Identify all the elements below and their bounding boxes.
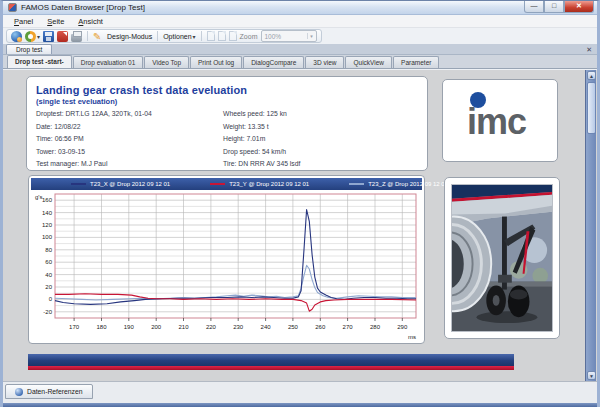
landing-gear-photo	[451, 184, 553, 332]
svg-text:200: 200	[151, 324, 162, 330]
tab-drop-test[interactable]: Drop test	[6, 44, 52, 54]
report-title: Landing gear crash test data eveluation	[36, 84, 418, 96]
svg-text:160: 160	[42, 197, 53, 203]
svg-text:180: 180	[96, 324, 107, 330]
report-field: Test manager: M.J Paul	[36, 158, 152, 171]
legend-item-t23x: T23_X @ Drop 2012 09 12 01	[71, 181, 170, 187]
legend-item-t23z: T23_Z @ Drop 2012 09 12 01	[349, 181, 448, 187]
page-icon-2[interactable]	[218, 31, 226, 41]
svg-text:20: 20	[45, 284, 52, 290]
design-mode-button[interactable]: Design-Modus	[107, 33, 152, 40]
report-field: Date: 12/08/22	[36, 121, 152, 134]
design-mode-icon[interactable]: ✎	[93, 31, 104, 42]
report-fields-left: Droptest: DRT.LG 12AA, 320Tk, 01-04 Date…	[36, 108, 152, 171]
report-field: Tire: DN RRR AV 345 lsdf	[223, 158, 300, 171]
reload-icon[interactable]	[25, 31, 36, 42]
legend-swatch-t23x	[71, 183, 86, 185]
separator	[157, 31, 158, 41]
svg-text:100: 100	[42, 234, 53, 240]
minimize-button[interactable]: —	[524, 1, 544, 13]
pdf-export-icon[interactable]	[57, 31, 68, 42]
stripe-red	[28, 366, 514, 370]
page-tab-bar: Drop test ✕	[3, 44, 597, 55]
legend-label-t23y: T23_Y @ Drop 2012 09 12 01	[229, 181, 309, 187]
options-button[interactable]: Optionen	[163, 33, 191, 40]
daten-referenzen-label: Daten-Referenzen	[27, 388, 83, 395]
scroll-down-icon[interactable]: ▼	[587, 371, 596, 380]
report-fields-right: Wheels peed: 125 kn Weight: 13.35 t Heig…	[223, 108, 300, 171]
legend-item-t23y: T23_Y @ Drop 2012 09 12 01	[210, 181, 309, 187]
legend-swatch-t23z	[349, 183, 364, 185]
zoom-combobox[interactable]: 100% ▾	[261, 30, 317, 42]
separator	[87, 31, 88, 41]
scroll-up-icon[interactable]: ▲	[587, 71, 596, 80]
report-subtitle: (single test eveluation)	[36, 97, 418, 106]
page-icon-1[interactable]	[207, 31, 215, 41]
report-field: Drop speed: 54 km/h	[223, 146, 300, 159]
vertical-scrollbar[interactable]: ▲ ▼	[585, 70, 596, 381]
window-bottom-frame	[3, 403, 597, 407]
menu-ansicht[interactable]: Ansicht	[71, 16, 110, 27]
svg-text:280: 280	[370, 324, 381, 330]
menu-seite[interactable]: Seite	[40, 16, 71, 27]
subtab-drop-evaluation-01[interactable]: Drop evaluation 01	[73, 56, 144, 68]
toolbar: ▾ ✎ Design-Modus Optionen ▾ Zoom 100% ▾	[3, 28, 597, 44]
svg-text:260: 260	[315, 324, 326, 330]
svg-text:-20: -20	[43, 309, 52, 315]
chart-panel: T23_X @ Drop 2012 09 12 01 T23_Y @ Drop …	[28, 175, 425, 344]
page-icon-3[interactable]	[229, 31, 237, 41]
svg-text:220: 220	[206, 324, 217, 330]
window-title: FAMOS Daten Browser [Drop Test]	[21, 3, 145, 12]
svg-text:240: 240	[261, 324, 272, 330]
panel-browser-icon[interactable]	[11, 31, 22, 42]
scrollbar-thumb[interactable]	[587, 82, 596, 134]
svg-text:170: 170	[69, 324, 80, 330]
sub-tab-bar: Drop test -start- Drop evaluation 01 Vid…	[3, 55, 597, 69]
report-field: Height: 7.01m	[223, 133, 300, 146]
options-dropdown-icon[interactable]: ▾	[193, 33, 196, 40]
app-icon	[8, 3, 17, 12]
legend-label-t23x: T23_X @ Drop 2012 09 12 01	[90, 181, 170, 187]
svg-text:190: 190	[124, 324, 135, 330]
svg-text:140: 140	[42, 210, 53, 216]
report-header-panel: Landing gear crash test data eveluation …	[26, 76, 428, 171]
zoom-dropdown-icon[interactable]: ▾	[307, 33, 316, 39]
acceleration-chart: -200204060801001201401601701801902002102…	[31, 190, 422, 343]
legend-label-t23z: T23_Z @ Drop 2012 09 12 01	[368, 181, 448, 187]
chart-legend: T23_X @ Drop 2012 09 12 01 T23_Y @ Drop …	[31, 178, 422, 190]
close-button[interactable]: ✕	[564, 1, 594, 13]
save-icon[interactable]	[43, 31, 54, 42]
landing-gear-photo-panel	[444, 177, 560, 339]
stripe-blue	[28, 354, 514, 366]
subtab-drop-test-start[interactable]: Drop test -start-	[7, 55, 72, 68]
reload-dropdown-icon[interactable]: ▾	[37, 33, 40, 40]
svg-text:270: 270	[343, 324, 354, 330]
svg-text:40: 40	[45, 272, 52, 278]
svg-text:0: 0	[49, 296, 53, 302]
imc-logo-panel: imc	[442, 79, 558, 162]
subtab-parameter[interactable]: Parameter	[393, 56, 439, 68]
report-field: Tower: 03-09-15	[36, 146, 152, 159]
report-field: Time: 06:56 PM	[36, 133, 152, 146]
maximize-button[interactable]: □	[544, 1, 564, 13]
svg-text:290: 290	[397, 324, 408, 330]
svg-text:230: 230	[233, 324, 244, 330]
menu-bar: Panel Seite Ansicht	[3, 15, 597, 28]
imc-logo-text: imc	[467, 102, 526, 142]
menu-panel[interactable]: Panel	[7, 16, 40, 27]
report-field: Droptest: DRT.LG 12AA, 320Tk, 01-04	[36, 108, 152, 121]
title-bar[interactable]: FAMOS Daten Browser [Drop Test] — □ ✕	[3, 1, 597, 15]
close-tab-icon[interactable]: ✕	[586, 45, 592, 54]
subtab-3d-view[interactable]: 3D view	[305, 56, 344, 68]
subtab-dialogcompare[interactable]: DialogCompare	[243, 56, 304, 68]
subtab-video-top[interactable]: Video Top	[144, 56, 189, 68]
subtab-print-out-log[interactable]: Print Out log	[190, 56, 242, 68]
subtab-quickview[interactable]: QuickView	[345, 56, 392, 68]
print-icon[interactable]	[71, 34, 82, 42]
svg-text:g's: g's	[35, 194, 42, 200]
daten-referenzen-button[interactable]: Daten-Referenzen	[5, 384, 93, 399]
separator	[201, 31, 202, 41]
legend-swatch-t23y	[210, 183, 225, 185]
data-references-icon	[15, 388, 23, 396]
zoom-value: 100%	[262, 33, 307, 40]
